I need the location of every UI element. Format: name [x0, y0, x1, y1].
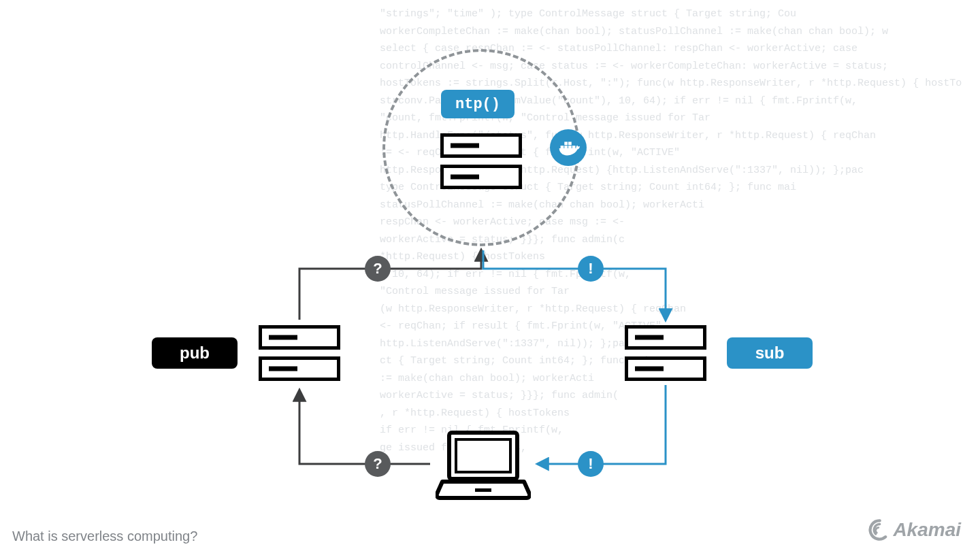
server-bar	[440, 133, 522, 158]
sub-server-stack	[625, 325, 706, 388]
svg-rect-4	[568, 141, 572, 145]
pub-server-stack	[259, 325, 340, 388]
pub-label: pub	[152, 337, 238, 369]
server-bar	[259, 325, 340, 350]
server-bar	[625, 325, 706, 350]
svg-rect-3	[564, 141, 568, 145]
server-bar	[440, 165, 522, 189]
laptop-icon	[436, 429, 531, 503]
server-bar	[625, 356, 706, 381]
page-caption: What is serverless computing?	[12, 529, 197, 544]
svg-rect-8	[475, 488, 491, 492]
docker-icon	[550, 129, 587, 166]
akamai-logo: Akamai	[867, 518, 961, 541]
question-badge-bottom: ?	[365, 451, 391, 477]
sub-label: sub	[727, 337, 813, 369]
question-badge-top: ?	[365, 256, 391, 282]
bang-badge-bottom: !	[578, 451, 604, 477]
ntp-server-stack	[440, 133, 522, 196]
server-bar	[259, 356, 340, 381]
bang-badge-top: !	[578, 256, 604, 282]
svg-rect-7	[456, 439, 510, 472]
akamai-swirl-icon	[867, 518, 890, 541]
logo-text: Akamai	[893, 519, 961, 541]
ntp-function-label: ntp()	[441, 90, 514, 118]
